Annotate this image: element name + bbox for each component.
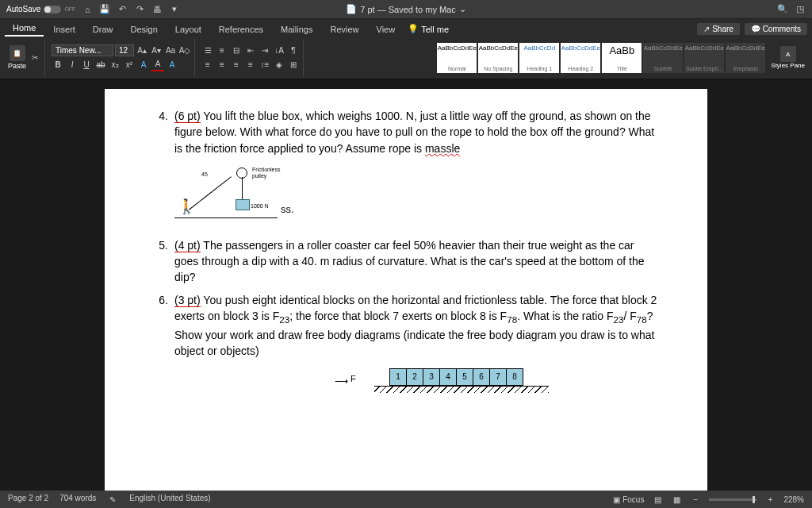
q6-number: 6. — [152, 292, 174, 360]
bulb-icon: 💡 — [408, 24, 419, 34]
italic-button[interactable]: I — [66, 59, 79, 71]
status-page[interactable]: Page 2 of 2 — [8, 494, 48, 505]
tab-home[interactable]: Home — [5, 20, 44, 37]
doc-chevron-icon[interactable]: ⌄ — [459, 4, 466, 14]
bold-button[interactable]: B — [52, 59, 64, 71]
subscript-button[interactable]: x₂ — [109, 59, 121, 71]
tell-me-label: Tell me — [421, 25, 449, 34]
style-subtle-emph[interactable]: AaBbCcDdEeSubtle Emph... — [684, 43, 724, 73]
paste-label: Paste — [8, 62, 26, 70]
tab-references[interactable]: References — [211, 21, 271, 37]
decrease-font-icon[interactable]: A▾ — [150, 44, 163, 57]
doc-title-text: 7 pt — Saved to my Mac — [360, 5, 455, 14]
redo-icon[interactable]: ↷ — [134, 4, 145, 15]
search-icon[interactable]: 🔍 — [777, 4, 788, 15]
tab-review[interactable]: Review — [322, 21, 366, 37]
tab-layout[interactable]: Layout — [167, 21, 209, 37]
line-spacing-button[interactable]: ↕≡ — [259, 59, 271, 71]
style-subtitle[interactable]: AaBbCcDdEeSubtitle — [643, 43, 683, 73]
font-name-select[interactable]: Times New... — [52, 44, 113, 56]
shading-button[interactable]: ◈ — [273, 59, 285, 71]
increase-font-icon[interactable]: A▴ — [136, 44, 148, 57]
q5-text: (4 pt) The passengers in a roller coaste… — [174, 237, 660, 286]
strike-button[interactable]: ab — [94, 59, 107, 71]
font-size-select[interactable]: 12 — [115, 44, 134, 56]
styles-pane-label: Styles Pane — [771, 62, 805, 69]
increase-indent-button[interactable]: ⇥ — [259, 44, 271, 57]
home-icon[interactable]: ⌂ — [82, 4, 93, 15]
font-color-button[interactable]: A — [151, 59, 164, 71]
autosave-toggle[interactable] — [44, 6, 61, 13]
share-button[interactable]: ↗ Share — [697, 23, 739, 35]
sort-button[interactable]: ↓A — [273, 44, 285, 57]
tab-mailings[interactable]: Mailings — [273, 21, 320, 37]
tab-design[interactable]: Design — [123, 21, 166, 37]
chevron-down-icon[interactable]: ▾ — [169, 4, 180, 15]
style-heading1[interactable]: AaBbCcDdHeading 1 — [519, 43, 559, 73]
q4-text: (6 pt) You lift the blue box, which weig… — [174, 108, 660, 156]
align-center-button[interactable]: ≡ — [216, 59, 228, 71]
q4-number: 4. — [152, 108, 174, 156]
change-case-icon[interactable]: Aa — [164, 44, 177, 57]
highlight-button[interactable]: A — [137, 59, 150, 71]
web-layout-icon[interactable]: ▦ — [671, 494, 682, 505]
undo-icon[interactable]: ↶ — [117, 4, 128, 15]
style-heading2[interactable]: AaBbCcDdEeHeading 2 — [561, 43, 600, 73]
zoom-level[interactable]: 228% — [783, 495, 804, 504]
styles-pane-icon: A — [780, 46, 796, 62]
arrow-icon: ⟶ — [335, 375, 348, 388]
autosave-state: OFF — [64, 6, 75, 12]
bullets-button[interactable]: ☰ — [201, 44, 214, 57]
multilevel-button[interactable]: ⊟ — [230, 44, 243, 57]
tab-insert[interactable]: Insert — [45, 21, 83, 37]
borders-button[interactable]: ⊞ — [287, 59, 300, 71]
q4-figure: 45 Frictionless pulley 1000 N 🚶 ss. — [174, 163, 309, 220]
clipboard-icon: 📋 — [10, 45, 25, 61]
spellcheck-icon[interactable]: ✎ — [107, 494, 118, 505]
ribbon-options-icon[interactable]: ◳ — [795, 4, 806, 15]
q5-number: 5. — [152, 237, 174, 286]
decrease-indent-button[interactable]: ⇤ — [244, 44, 257, 57]
document-title[interactable]: 📄 7 pt — Saved to my Mac ⌄ — [346, 4, 465, 14]
align-left-button[interactable]: ≡ — [201, 59, 214, 71]
tab-draw[interactable]: Draw — [85, 21, 121, 37]
tab-view[interactable]: View — [369, 21, 404, 37]
q6-figure: ⟶ F 12345678 — [374, 368, 580, 403]
show-marks-button[interactable]: ¶ — [287, 44, 300, 57]
align-right-button[interactable]: ≡ — [230, 59, 243, 71]
style-title[interactable]: AaBbTitle — [602, 43, 642, 73]
word-icon: 📄 — [346, 4, 357, 14]
text-effects-button[interactable]: A — [166, 59, 178, 71]
clear-format-icon[interactable]: A◇ — [178, 44, 191, 57]
zoom-in-icon[interactable]: + — [764, 494, 776, 505]
autosave-label: AutoSave — [6, 5, 40, 13]
numbering-button[interactable]: ≡ — [216, 44, 228, 57]
focus-mode-button[interactable]: ▣ Focus — [613, 495, 644, 504]
print-layout-icon[interactable]: ▤ — [652, 494, 663, 505]
q6-text: (3 pt) You push eight identical blocks o… — [174, 292, 660, 360]
save-icon[interactable]: 💾 — [99, 4, 110, 15]
styles-pane-button[interactable]: A Styles Pane — [768, 46, 807, 69]
share-label: Share — [712, 25, 733, 33]
styles-gallery[interactable]: AaBbCcDdEeNormal AaBbCcDdEeNo Spacing Aa… — [437, 43, 765, 73]
style-nospacing[interactable]: AaBbCcDdEeNo Spacing — [478, 43, 518, 73]
document-page[interactable]: 4. (6 pt) You lift the blue box, which w… — [105, 89, 707, 494]
zoom-out-icon[interactable]: − — [690, 494, 701, 505]
tell-me[interactable]: 💡Tell me — [408, 24, 449, 37]
comments-label: Comments — [763, 25, 801, 33]
comments-button[interactable]: 💬 Comments — [745, 23, 807, 35]
format-painter-icon[interactable]: ✂ — [29, 52, 41, 64]
status-words[interactable]: 704 words — [59, 494, 96, 505]
underline-button[interactable]: U — [80, 59, 93, 71]
style-emphasis[interactable]: AaBbCcDdEeEmphasis — [726, 43, 765, 73]
zoom-slider[interactable] — [709, 498, 756, 501]
justify-button[interactable]: ≡ — [244, 59, 257, 71]
print-icon[interactable]: 🖶 — [151, 4, 163, 15]
status-language[interactable]: English (United States) — [129, 494, 210, 505]
superscript-button[interactable]: x² — [123, 59, 136, 71]
person-icon: 🚶 — [178, 196, 195, 217]
paste-button[interactable]: 📋 Paste — [8, 45, 26, 70]
style-normal[interactable]: AaBbCcDdEeNormal — [437, 43, 477, 73]
